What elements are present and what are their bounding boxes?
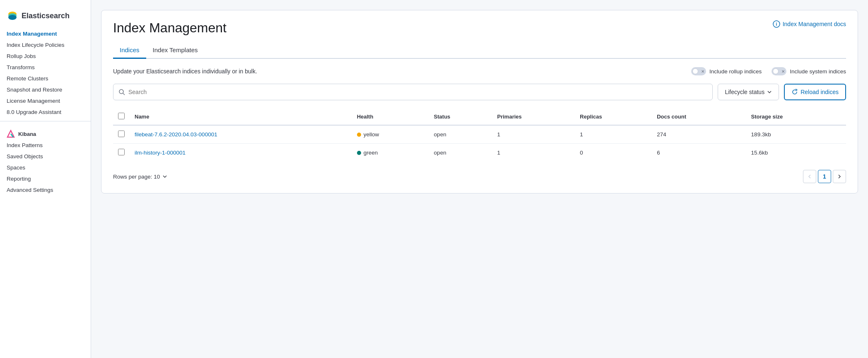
sidebar-item-rollup-jobs[interactable]: Rollup Jobs <box>0 51 91 62</box>
page-nav: 1 <box>803 170 846 183</box>
elasticsearch-logo-icon <box>7 10 18 22</box>
kibana-icon <box>7 130 15 138</box>
col-name: Name <box>130 109 352 125</box>
primaries-1: 1 <box>492 144 575 162</box>
sidebar-item-advanced-settings[interactable]: Advanced Settings <box>0 184 91 196</box>
index-link-1[interactable]: ilm-history-1-000001 <box>135 150 186 156</box>
system-toggle-item: ✕ Include system indices <box>772 67 846 75</box>
health-dot-0 <box>357 133 361 137</box>
health-cell-1: green <box>357 150 424 156</box>
rollup-toggle-item: ✕ Include rollup indices <box>691 67 762 75</box>
svg-text:i: i <box>776 22 777 27</box>
rows-per-page[interactable]: Rows per page: 10 <box>113 174 167 180</box>
elasticsearch-nav: Index ManagementIndex Lifecycle Policies… <box>0 28 91 118</box>
toggle-circle <box>692 68 698 74</box>
sidebar-item-index-patterns[interactable]: Index Patterns <box>0 140 91 151</box>
toggle-x-icon: ✕ <box>701 69 704 74</box>
system-toggle-label: Include system indices <box>790 68 846 75</box>
col-health: Health <box>352 109 429 125</box>
docs-count-1: 6 <box>652 144 746 162</box>
sidebar-item-snapshot-and-restore[interactable]: Snapshot and Restore <box>0 84 91 95</box>
toggle-x-icon-2: ✕ <box>781 69 785 74</box>
table-row: ilm-history-1-000001greenopen10615.6kb <box>113 144 846 162</box>
status-1: open <box>429 144 492 162</box>
search-wrap <box>113 84 713 100</box>
reload-indices-button[interactable]: Reload indices <box>784 84 846 100</box>
next-page-button[interactable] <box>833 170 846 183</box>
rows-chevron-icon <box>162 174 167 179</box>
system-toggle[interactable]: ✕ <box>772 67 786 75</box>
health-cell-0: yellow <box>357 131 424 138</box>
main-content: Index Management i Index Management docs… <box>91 0 868 358</box>
col-storage-size: Storage size <box>746 109 846 125</box>
svg-line-8 <box>123 93 125 95</box>
sidebar-item-upgrade-assistant[interactable]: 8.0 Upgrade Assistant <box>0 106 91 118</box>
health-label-0: yellow <box>364 131 379 138</box>
sidebar-item-spaces[interactable]: Spaces <box>0 162 91 173</box>
toggle-circle-2 <box>773 68 779 74</box>
brand: Elasticsearch <box>0 7 91 28</box>
reload-icon <box>791 89 798 95</box>
tabs-bar: IndicesIndex Templates <box>113 42 846 59</box>
description-row: Update your Elasticsearch indices indivi… <box>113 67 846 75</box>
col-primaries: Primaries <box>492 109 575 125</box>
index-link-0[interactable]: filebeat-7.6.2-2020.04.03-000001 <box>135 131 217 138</box>
content-card: Index Management i Index Management docs… <box>101 10 858 194</box>
page-title: Index Management <box>113 20 227 36</box>
select-all-checkbox[interactable] <box>118 113 125 119</box>
sidebar-item-index-lifecycle-policies[interactable]: Index Lifecycle Policies <box>0 39 91 51</box>
indices-table: Name Health Status Primaries Replicas Do… <box>113 109 846 162</box>
tab-index-templates[interactable]: Index Templates <box>146 42 205 59</box>
col-docs-count: Docs count <box>652 109 746 125</box>
col-replicas: Replicas <box>575 109 652 125</box>
brand-name: Elasticsearch <box>22 12 70 20</box>
replicas-0: 1 <box>575 125 652 144</box>
replicas-1: 0 <box>575 144 652 162</box>
row-checkbox-0[interactable] <box>118 131 125 137</box>
docs-count-0: 274 <box>652 125 746 144</box>
table-header: Name Health Status Primaries Replicas Do… <box>113 109 846 125</box>
prev-page-button[interactable] <box>803 170 816 183</box>
tab-indices[interactable]: Indices <box>113 42 146 59</box>
sidebar-item-saved-objects[interactable]: Saved Objects <box>0 151 91 162</box>
pagination-row: Rows per page: 10 1 <box>113 167 846 183</box>
primaries-0: 1 <box>492 125 575 144</box>
sidebar-item-index-management[interactable]: Index Management <box>0 28 91 39</box>
header-checkbox-col <box>113 109 130 125</box>
health-dot-1 <box>357 151 361 155</box>
storage-size-0: 189.3kb <box>746 125 846 144</box>
search-input[interactable] <box>128 89 707 95</box>
col-status: Status <box>429 109 492 125</box>
docs-link[interactable]: i Index Management docs <box>773 20 846 28</box>
page-header: Index Management i Index Management docs <box>113 20 846 36</box>
svg-point-2 <box>8 15 17 20</box>
rollup-toggle-label: Include rollup indices <box>709 68 762 75</box>
table-row: filebeat-7.6.2-2020.04.03-000001yellowop… <box>113 125 846 144</box>
docs-icon: i <box>773 20 780 28</box>
chevron-left-icon <box>808 174 812 179</box>
status-0: open <box>429 125 492 144</box>
sidebar-item-transforms[interactable]: Transforms <box>0 62 91 73</box>
chevron-down-icon <box>767 90 772 94</box>
sidebar: Elasticsearch Index ManagementIndex Life… <box>0 0 91 358</box>
sidebar-item-remote-clusters[interactable]: Remote Clusters <box>0 73 91 84</box>
description-text: Update your Elasticsearch indices indivi… <box>113 68 681 75</box>
kibana-section: Kibana <box>0 125 91 140</box>
health-label-1: green <box>364 150 378 156</box>
row-checkbox-1[interactable] <box>118 149 125 155</box>
storage-size-1: 15.6kb <box>746 144 846 162</box>
kibana-label: Kibana <box>18 131 36 137</box>
sidebar-item-reporting[interactable]: Reporting <box>0 173 91 184</box>
rollup-toggle[interactable]: ✕ <box>691 67 706 75</box>
table-body: filebeat-7.6.2-2020.04.03-000001yellowop… <box>113 125 846 162</box>
current-page[interactable]: 1 <box>818 170 831 183</box>
sidebar-item-license-management[interactable]: License Management <box>0 95 91 106</box>
toggle-group: ✕ Include rollup indices ✕ Include syste… <box>691 67 846 75</box>
sidebar-divider <box>0 121 91 121</box>
filter-row: Lifecycle status Reload indices <box>113 84 846 100</box>
search-icon <box>118 89 125 95</box>
chevron-right-icon <box>837 174 841 179</box>
lifecycle-status-button[interactable]: Lifecycle status <box>718 84 779 100</box>
svg-point-7 <box>119 90 123 94</box>
